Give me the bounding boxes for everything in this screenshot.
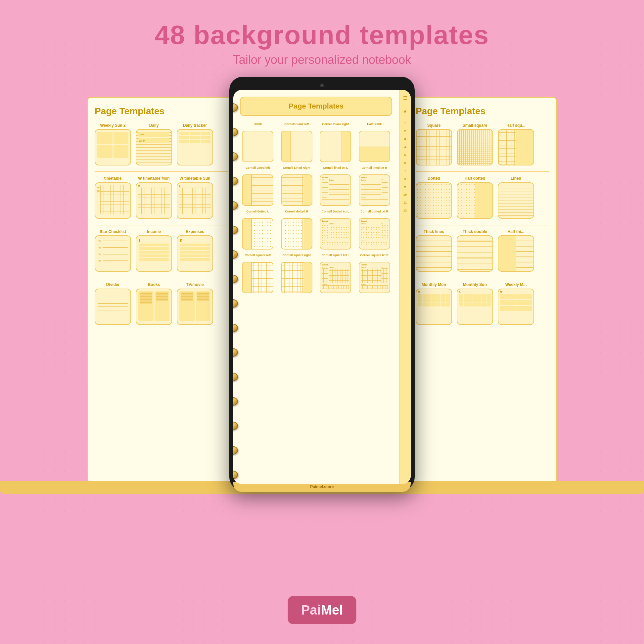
page-num-6[interactable]: 6 bbox=[400, 160, 410, 166]
tmpl-cornell-square-left[interactable]: Cornell square left bbox=[240, 253, 276, 293]
template-weekly-m[interactable]: Weekly M... M bbox=[498, 282, 534, 325]
template-half-square[interactable]: Half squ... bbox=[498, 123, 534, 165]
tmpl-cornell-dotted-r[interactable]: Cornell dotted R bbox=[279, 210, 315, 250]
left-panel: Page Templates Weekly Sun 2 bbox=[87, 97, 236, 494]
template-monthly-sun[interactable]: Monthly Sun S bbox=[457, 282, 493, 325]
template-income[interactable]: Income I bbox=[136, 229, 172, 272]
template-w-timetable-mon[interactable]: W timetable Mon M bbox=[136, 176, 172, 218]
right-panel: Page Templates Square Small square Half … bbox=[408, 97, 557, 494]
star-nav-icon[interactable]: ★ bbox=[400, 107, 410, 116]
spiral-ring-1 bbox=[233, 103, 238, 112]
page-num-5[interactable]: 5 bbox=[400, 152, 410, 158]
template-timetable[interactable]: timetable bbox=[95, 176, 131, 218]
template-half-dotted[interactable]: Half dotted bbox=[457, 176, 493, 218]
template-thick-lines[interactable]: Thick lines bbox=[416, 229, 452, 272]
page-num-7[interactable]: 7 bbox=[400, 167, 410, 174]
spiral-ring-4 bbox=[233, 177, 238, 185]
left-panel-title: Page Templates bbox=[95, 106, 228, 116]
main-content: Page Templates Weekly Sun 2 bbox=[0, 77, 644, 494]
template-half-thick[interactable]: Half thi... bbox=[498, 229, 534, 272]
spiral-ring-13 bbox=[233, 397, 238, 406]
page-num-1[interactable]: 1 bbox=[400, 120, 410, 126]
template-row-3: Cornell dotted L Cornell dotted R bbox=[240, 210, 392, 250]
right-section-1: Square Small square Half squ... bbox=[416, 123, 549, 165]
spiral-ring-12 bbox=[233, 373, 238, 381]
tmpl-cornell-blank-left[interactable]: Cornell Blank left bbox=[279, 122, 315, 162]
tmpl-cornell-lined-txt-l[interactable]: Cornell lined txt L Subject KP bbox=[318, 166, 353, 206]
tablet-camera bbox=[320, 83, 324, 87]
template-small-square[interactable]: Small square bbox=[457, 123, 493, 165]
tmpl-cornell-lined-left[interactable]: Cornell Lined left bbox=[240, 166, 276, 206]
template-daily-tracker[interactable]: Daily tracker bbox=[177, 123, 213, 165]
spiral-ring-16 bbox=[233, 471, 238, 479]
tablet: Page Templates Blank Cornell Blank left bbox=[229, 77, 415, 490]
spiral-binding bbox=[233, 103, 238, 484]
spiral-ring-7 bbox=[233, 250, 238, 259]
brand-name: PaiMel bbox=[301, 603, 343, 618]
template-monthly-mon[interactable]: Monthly Mon M bbox=[416, 282, 452, 325]
right-section-2: Dotted Half dotted Lined bbox=[416, 176, 549, 218]
spiral-ring-8 bbox=[233, 275, 238, 283]
template-lined[interactable]: Lined bbox=[498, 176, 534, 218]
tmpl-cornell-dotted-txt-r[interactable]: Cornell dotted txt R Subject Details bbox=[357, 210, 392, 250]
page-num-2[interactable]: 2 bbox=[400, 128, 410, 134]
spiral-ring-11 bbox=[233, 348, 238, 357]
tablet-screen: Page Templates Blank Cornell Blank left bbox=[233, 90, 411, 484]
tmpl-cornell-lined-txt-r[interactable]: Cornell lined txt R Subject Details bbox=[357, 166, 392, 206]
page-num-4[interactable]: 4 bbox=[400, 144, 410, 150]
template-square[interactable]: Square bbox=[416, 123, 452, 165]
spiral-ring-2 bbox=[233, 128, 238, 136]
template-books[interactable]: Books bbox=[136, 282, 172, 325]
screen-title-bar: Page Templates bbox=[240, 97, 392, 116]
template-row-2: Cornell Lined left Cornell Lined Right bbox=[240, 166, 392, 206]
spiral-ring-10 bbox=[233, 324, 238, 332]
template-expenses[interactable]: Expenses E bbox=[177, 229, 213, 272]
left-section-1: Weekly Sun 2 Daily 6AM bbox=[95, 123, 228, 165]
template-weekly-sun-2[interactable]: Weekly Sun 2 bbox=[95, 123, 131, 165]
tmpl-blank[interactable]: Blank bbox=[240, 122, 276, 162]
spiral-ring-15 bbox=[233, 446, 238, 455]
template-tv-movie[interactable]: TV/movie bbox=[177, 282, 213, 325]
page-num-3[interactable]: 3 bbox=[400, 136, 410, 142]
template-thick-double[interactable]: Thick double bbox=[457, 229, 493, 272]
tablet-wrapper: Page Templates Blank Cornell Blank left bbox=[229, 77, 415, 490]
left-section-4: Divider Books bbox=[95, 282, 228, 325]
spiral-ring-5 bbox=[233, 201, 238, 210]
page-num-10[interactable]: 10 bbox=[400, 191, 410, 198]
right-section-4: Monthly Mon M bbox=[416, 282, 549, 325]
template-star-checklist[interactable]: Star Checklist ★ ★ ★ ★ bbox=[95, 229, 131, 272]
spiral-ring-3 bbox=[233, 152, 238, 161]
tmpl-cornell-blank-right[interactable]: Cornell Blank right bbox=[318, 122, 353, 162]
page-num-9[interactable]: 9 bbox=[400, 183, 410, 190]
right-section-3: Thick lines Thick double Half thi... bbox=[416, 229, 549, 272]
template-row-1: Blank Cornell Blank left Cornell Blank r… bbox=[240, 122, 392, 162]
tmpl-half-blank[interactable]: Half Blank bbox=[357, 122, 392, 162]
spiral-ring-9 bbox=[233, 299, 238, 308]
page-num-8[interactable]: 8 bbox=[400, 175, 410, 182]
left-section-2: timetable bbox=[95, 176, 228, 218]
template-w-timetable-sun[interactable]: W timetable Sun S bbox=[177, 176, 213, 218]
left-section-3: Star Checklist ★ ★ ★ ★ Income bbox=[95, 229, 228, 272]
template-divider[interactable]: Divider bbox=[95, 282, 131, 325]
right-panel-title: Page Templates bbox=[416, 106, 549, 116]
screen-content: Page Templates Blank Cornell Blank left bbox=[233, 90, 399, 484]
screen-title: Page Templates bbox=[245, 102, 387, 111]
template-daily[interactable]: Daily 6AM 12PM bbox=[136, 123, 172, 165]
tmpl-cornell-square-txt-l[interactable]: Cornell square txt L Subject KP bbox=[318, 253, 353, 293]
brand-logo: PaiMel bbox=[288, 596, 356, 624]
page-num-12[interactable]: 12 bbox=[400, 207, 410, 214]
template-dotted[interactable]: Dotted bbox=[416, 176, 452, 218]
tmpl-cornell-dotted-l[interactable]: Cornell dotted L bbox=[240, 210, 276, 250]
tmpl-cornell-square-right[interactable]: Cornell square right bbox=[279, 253, 315, 293]
tmpl-cornell-square-txt-r[interactable]: Cornell square txt R Subject Details bbox=[357, 253, 392, 293]
main-title: 48 background templates bbox=[0, 20, 644, 50]
template-row-4: Cornell square left Cornell square right bbox=[240, 253, 392, 293]
right-panel-footer: Paimel.store bbox=[408, 481, 557, 494]
spiral-ring-6 bbox=[233, 226, 238, 234]
page-num-11[interactable]: 11 bbox=[400, 199, 410, 206]
tmpl-cornell-dotted-txt-l[interactable]: Cornell Dotted txt L Subject KP bbox=[318, 210, 353, 250]
main-subtitle: Tailor your personalized notebook bbox=[0, 53, 644, 67]
menu-icon[interactable]: ☰ bbox=[400, 93, 410, 103]
tmpl-cornell-lined-right[interactable]: Cornell Lined Right bbox=[279, 166, 315, 206]
spiral-ring-14 bbox=[233, 422, 238, 430]
